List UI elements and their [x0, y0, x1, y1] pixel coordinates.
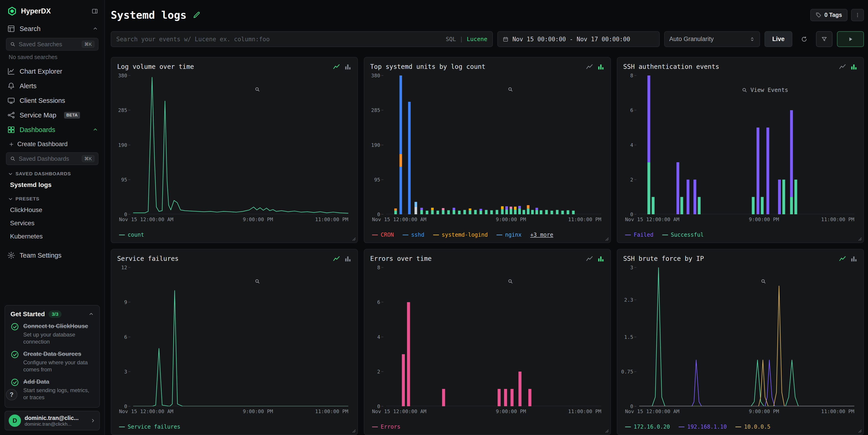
dashboard-item-systemd-logs[interactable]: Systemd logs: [0, 178, 104, 191]
legend-item[interactable]: Failed: [625, 231, 653, 238]
chart-canvas[interactable]: [386, 268, 601, 406]
chart-canvas[interactable]: [133, 75, 348, 214]
line-chart-icon[interactable]: [333, 255, 340, 262]
edit-title-pencil-icon[interactable]: [192, 11, 200, 19]
search-input[interactable]: [116, 36, 442, 43]
view-events-button[interactable]: [761, 279, 769, 284]
chart-plot[interactable]: 095190285380 Nov 15 12:00:00 AM9:00:00 P…: [117, 74, 351, 229]
sidebar-nav: Search Saved Searches ⌘K No saved search…: [0, 22, 104, 302]
chart-panel-log-volume: Log volume over time 095190285380 Nov 15…: [111, 57, 358, 243]
sidebar-item-search[interactable]: Search: [0, 22, 104, 36]
y-tick-label: 285: [118, 107, 127, 113]
preset-item-services[interactable]: Services: [0, 217, 104, 230]
legend-item[interactable]: nginx: [496, 231, 522, 238]
x-axis: Nov 15 12:00:00 AM9:00:00 PM11:00:00 PM: [639, 409, 854, 415]
chart-plot[interactable]: 036912 Nov 15 12:00:00 AM9:00:00 PM11:00…: [117, 266, 351, 421]
chevron-up-icon[interactable]: [88, 311, 94, 317]
sidebar-item-team-settings[interactable]: Team Settings: [0, 248, 104, 262]
tags-button[interactable]: 0 Tags: [810, 9, 847, 21]
preset-item-clickhouse[interactable]: ClickHouse: [0, 204, 104, 217]
bar-chart-icon[interactable]: [344, 63, 351, 70]
chart-plot[interactable]: 00.751.52.33 Nov 15 12:00:00 AM9:00:00 P…: [623, 266, 858, 421]
chart-canvas[interactable]: [639, 75, 854, 214]
bar-chart-icon[interactable]: [344, 255, 351, 262]
view-events-button[interactable]: [507, 279, 516, 284]
get-started-step[interactable]: Create Data Sources Configure where your…: [10, 350, 94, 373]
check-circle-icon: [10, 378, 19, 387]
resize-grip-icon[interactable]: [604, 429, 609, 433]
dashboard-menu-button[interactable]: [851, 9, 864, 21]
legend-item[interactable]: Service failures: [119, 424, 180, 430]
line-chart-icon[interactable]: [333, 63, 340, 70]
line-chart-icon[interactable]: [586, 255, 593, 262]
saved-searches-input[interactable]: Saved Searches ⌘K: [6, 38, 98, 51]
line-chart-icon[interactable]: [839, 63, 846, 70]
resize-grip-icon[interactable]: [858, 237, 862, 241]
view-events-button[interactable]: [255, 279, 263, 284]
magnifier-icon: [742, 87, 747, 93]
legend-item[interactable]: Successful: [662, 231, 704, 238]
section-presets[interactable]: PRESETS: [0, 191, 104, 204]
line-chart-icon[interactable]: [839, 255, 846, 262]
collapse-sidebar-icon[interactable]: [92, 8, 98, 14]
chart-title: SSH brute force by IP: [623, 255, 704, 262]
chart-canvas[interactable]: [133, 268, 348, 406]
bar-chart-icon[interactable]: [850, 63, 858, 70]
sidebar-item-service-map[interactable]: Service Map BETA: [0, 108, 104, 122]
bar-chart-icon[interactable]: [597, 63, 604, 70]
refresh-button[interactable]: [797, 31, 811, 47]
view-events-button[interactable]: View Events: [742, 87, 788, 93]
view-events-button[interactable]: [255, 87, 263, 92]
chart-plot[interactable]: 02468 Nov 15 12:00:00 AM9:00:00 PM11:00:…: [623, 74, 858, 229]
resize-grip-icon[interactable]: [604, 237, 609, 241]
sidebar-item-dashboards[interactable]: Dashboards: [0, 122, 104, 137]
chart-panel-errors: Errors over time 02468 Nov 15 12:00:00 A…: [364, 249, 611, 435]
x-tick-label: Nov 15 12:00:00 AM: [372, 217, 426, 222]
legend-item[interactable]: CRON: [372, 231, 394, 238]
legend-item[interactable]: +3 more: [530, 231, 553, 238]
bar-chart-icon[interactable]: [597, 255, 604, 262]
help-button[interactable]: ?: [6, 389, 17, 400]
y-tick-label: 4: [377, 334, 380, 340]
date-range-picker[interactable]: Nov 15 00:00:00 - Nov 17 00:00:00: [497, 31, 660, 47]
resize-grip-icon[interactable]: [351, 429, 356, 433]
y-tick-label: 95: [121, 177, 127, 182]
create-dashboard-button[interactable]: Create Dashboard: [0, 137, 104, 151]
run-query-button[interactable]: [837, 31, 864, 47]
saved-dashboards-input[interactable]: Saved Dashboards ⌘K: [6, 152, 98, 165]
bar-chart-icon[interactable]: [850, 255, 858, 262]
chart-canvas[interactable]: [639, 268, 854, 406]
sidebar-item-alerts[interactable]: Alerts: [0, 79, 104, 93]
legend-item[interactable]: Errors: [372, 424, 401, 430]
sidebar-item-client-sessions[interactable]: Client Sessions: [0, 93, 104, 108]
chart-plot[interactable]: 02468 Nov 15 12:00:00 AM9:00:00 PM11:00:…: [370, 266, 604, 421]
view-events-button[interactable]: [507, 87, 516, 92]
legend-item[interactable]: count: [119, 231, 144, 238]
get-started-step[interactable]: Add Data Start sending logs, metrics, or…: [10, 378, 94, 401]
granularity-select[interactable]: Auto Granularity: [664, 31, 760, 47]
sidebar-item-label: Search: [20, 25, 40, 33]
section-saved-dashboards[interactable]: SAVED DASHBOARDS: [0, 166, 104, 178]
step-title: Create Data Sources: [23, 350, 94, 358]
sql-toggle[interactable]: SQL: [445, 36, 456, 42]
user-card[interactable]: D dominic.tran@clic... dominic.tran@clic…: [5, 411, 100, 430]
live-button[interactable]: Live: [765, 31, 792, 47]
filter-button[interactable]: [816, 31, 832, 47]
x-tick-label: Nov 15 12:00:00 AM: [119, 217, 173, 222]
line-chart-icon[interactable]: [586, 63, 593, 70]
chart-plot[interactable]: 095190285380 Nov 15 12:00:00 AM9:00:00 P…: [370, 74, 604, 229]
chart-canvas[interactable]: [386, 75, 601, 214]
get-started-step[interactable]: Connect to ClickHouse Set up your databa…: [10, 322, 94, 345]
preset-item-kubernetes[interactable]: Kubernetes: [0, 230, 104, 243]
legend-item[interactable]: systemd-logind: [433, 231, 488, 238]
legend-item[interactable]: 10.0.0.5: [735, 424, 770, 430]
y-tick-label: 4: [630, 142, 633, 148]
legend-item[interactable]: 192.168.1.10: [679, 424, 727, 430]
sidebar-item-chart-explorer[interactable]: Chart Explorer: [0, 64, 104, 79]
lucene-toggle[interactable]: Lucene: [467, 36, 487, 42]
y-tick-label: 6: [377, 299, 380, 305]
resize-grip-icon[interactable]: [351, 237, 356, 241]
legend-item[interactable]: sshd: [403, 231, 425, 238]
legend-item[interactable]: 172.16.0.20: [625, 424, 670, 430]
resize-grip-icon[interactable]: [858, 429, 862, 433]
